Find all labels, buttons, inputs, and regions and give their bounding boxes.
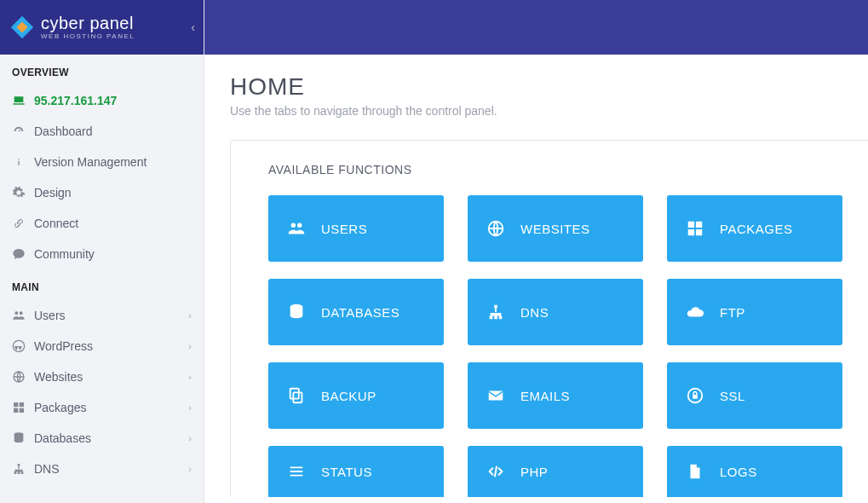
sidebar-item-label: Connect <box>34 217 192 230</box>
sidebar-item-label: WordPress <box>34 339 188 353</box>
chevron-right-icon: › <box>188 402 192 413</box>
sidebar-section-main: MAIN <box>0 269 204 300</box>
card-label: WEBSITES <box>520 222 590 236</box>
page-subtitle: Use the tabs to navigate through the con… <box>230 104 868 118</box>
sidebar-item-label: Dashboard <box>34 124 192 138</box>
sidebar-item-users[interactable]: Users› <box>0 300 204 331</box>
sidebar-item-dns[interactable]: DNS› <box>0 454 204 484</box>
sidebar-item-packages[interactable]: Packages› <box>0 392 204 423</box>
card-packages[interactable]: PACKAGES <box>667 195 842 262</box>
mail-icon <box>485 386 507 405</box>
card-label: DNS <box>520 305 549 320</box>
globe-icon <box>485 219 507 238</box>
users-icon <box>285 219 308 238</box>
card-label: PACKAGES <box>720 222 792 236</box>
boxes-icon <box>12 401 34 414</box>
sidebar-item-websites[interactable]: Websites› <box>0 361 204 392</box>
sidebar-item-databases[interactable]: Databases› <box>0 423 204 454</box>
panel-title: AVAILABLE FUNCTIONS <box>268 163 842 176</box>
card-label: STATUS <box>321 465 372 479</box>
sidebar-item-label: Databases <box>34 431 188 445</box>
sidebar-item-wordpress[interactable]: WordPress› <box>0 331 204 361</box>
sidebar-item-label: 95.217.161.147 <box>34 94 192 107</box>
card-label: USERS <box>321 222 367 236</box>
chevron-right-icon: › <box>188 310 192 321</box>
info-icon <box>12 155 34 169</box>
globe-icon <box>12 370 34 384</box>
lock-icon <box>684 386 706 405</box>
card-databases[interactable]: DATABASES <box>268 279 444 345</box>
card-label: SSL <box>720 389 745 403</box>
card-emails[interactable]: EMAILS <box>468 362 643 429</box>
sidebar-item-label: Design <box>34 186 192 199</box>
card-dns[interactable]: DNS <box>468 279 643 345</box>
copy-icon <box>285 386 308 405</box>
card-label: LOGS <box>720 465 757 479</box>
boxes-icon <box>684 219 706 238</box>
sidebar-section-overview: OVERVIEW <box>0 55 204 85</box>
brand-name: cyber panel <box>41 14 135 32</box>
card-php[interactable]: PHP <box>468 446 643 497</box>
card-label: EMAILS <box>520 389 570 403</box>
laptop-icon <box>12 94 34 107</box>
sidebar-item-dashboard[interactable]: Dashboard <box>0 116 204 147</box>
functions-panel: AVAILABLE FUNCTIONS USERSWEBSITESPACKAGE… <box>230 140 868 497</box>
sidebar-item-design[interactable]: Design <box>0 177 204 208</box>
gear-icon <box>12 186 34 199</box>
sidebar-item-version-management[interactable]: Version Management <box>0 147 204 177</box>
card-logs[interactable]: LOGS <box>667 446 842 497</box>
sidebar-item-label: Packages <box>34 401 188 414</box>
database-icon <box>12 431 34 445</box>
sitemap-icon <box>485 303 507 321</box>
sidebar-item-95-217-161-147[interactable]: 95.217.161.147 <box>0 85 204 116</box>
sidebar-item-label: Users <box>34 309 188 322</box>
database-icon <box>285 303 308 321</box>
gauge-icon <box>12 124 34 138</box>
chevron-right-icon: › <box>188 372 192 382</box>
brand-sub: WEB HOSTING PANEL <box>41 33 135 40</box>
sidebar-item-community[interactable]: Community <box>0 239 204 269</box>
card-label: DATABASES <box>321 305 400 320</box>
file-icon <box>684 462 706 481</box>
chevron-right-icon: › <box>188 341 192 351</box>
chevron-right-icon: › <box>188 433 192 443</box>
code-icon <box>485 462 507 481</box>
topbar <box>204 0 868 55</box>
card-label: FTP <box>720 305 745 320</box>
chevron-right-icon: › <box>188 464 192 474</box>
chat-icon <box>12 247 34 261</box>
sidebar-item-label: Version Management <box>34 155 192 169</box>
link-icon <box>12 217 34 230</box>
sidebar-item-label: Community <box>34 247 192 261</box>
card-backup[interactable]: BACKUP <box>268 362 444 429</box>
sidebar-item-connect[interactable]: Connect <box>0 208 204 239</box>
logo-icon <box>10 15 34 39</box>
cloud-icon <box>684 303 706 321</box>
card-users[interactable]: USERS <box>268 195 444 262</box>
card-websites[interactable]: WEBSITES <box>468 195 643 262</box>
card-status[interactable]: STATUS <box>268 446 444 497</box>
card-ftp[interactable]: FTP <box>667 279 842 345</box>
sidebar-collapse-button[interactable]: ‹ <box>191 20 195 34</box>
sidebar-logo[interactable]: cyber panel WEB HOSTING PANEL ‹ <box>0 0 204 55</box>
sidebar-item-label: DNS <box>34 462 188 476</box>
card-label: PHP <box>520 465 548 479</box>
page-title: HOME <box>230 73 868 101</box>
users-icon <box>12 309 34 322</box>
wordpress-icon <box>12 339 34 353</box>
card-label: BACKUP <box>321 389 377 403</box>
sitemap-icon <box>12 462 34 476</box>
sidebar: cyber panel WEB HOSTING PANEL ‹ OVERVIEW… <box>0 0 204 503</box>
list-icon <box>285 462 308 481</box>
sidebar-item-label: Websites <box>34 370 188 384</box>
main-area: HOME Use the tabs to navigate through th… <box>204 55 868 503</box>
card-ssl[interactable]: SSL <box>667 362 842 429</box>
